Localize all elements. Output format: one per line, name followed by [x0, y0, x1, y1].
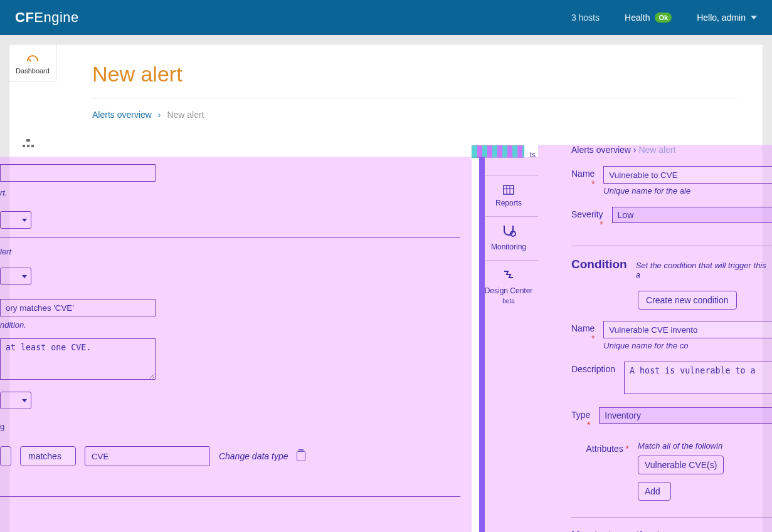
condition-desc-textarea-fragment[interactable]: at least one CVE.	[0, 338, 156, 380]
health-badge: Ok	[655, 13, 672, 23]
attr-help-fragment: g	[0, 422, 460, 431]
sidebar-dashboard[interactable]: Dashboard	[9, 44, 56, 81]
change-datatype-link[interactable]: Change data type	[219, 451, 288, 461]
condition-name-help: Unique name for the co	[603, 341, 772, 350]
nav-reports[interactable]: Reports	[479, 175, 538, 216]
right-divider-2	[571, 517, 772, 518]
alert-name-help-fragment: rt.	[0, 188, 460, 197]
nav-beta-label: beta	[502, 298, 514, 305]
attribute-pill-label: Vulnerable CVE(s)	[645, 460, 717, 470]
page-body: Dashboard New alert Alerts overview › Ne…	[0, 35, 772, 532]
left-overlay: rt. lert ndition. at least one CVE. g ma…	[0, 157, 472, 532]
caret-down-icon	[22, 275, 27, 278]
crumb-current: New alert	[167, 110, 204, 120]
nav-trail-fragment: ts	[530, 150, 536, 159]
create-condition-button[interactable]: Create new condition	[638, 291, 737, 310]
crumb-overview-right[interactable]: Alerts overview	[571, 145, 631, 155]
nav-design-center[interactable]: Design Center beta	[479, 260, 538, 314]
topbar: CFEngine 3 hosts Health Ok Hello, admin	[0, 0, 772, 35]
attributes-label: Attributes *	[571, 441, 629, 454]
alert-name-input-fragment[interactable]	[0, 164, 156, 182]
condition-hint-fragment: lert	[0, 247, 460, 256]
add-button[interactable]: Add	[638, 482, 671, 501]
caret-down-icon	[22, 219, 27, 222]
filter-row: matches Change data type	[0, 446, 460, 466]
logo: CFEngine	[15, 9, 79, 26]
user-menu[interactable]: Hello, admin	[697, 13, 757, 23]
section-divider-2	[0, 496, 460, 497]
crumb-current-right: New alert	[638, 145, 675, 155]
alert-name-help: Unique name for the ale	[603, 186, 772, 196]
condition-heading: Condition	[571, 258, 627, 271]
hosts-icon	[23, 139, 34, 148]
sidebar-hosts[interactable]	[23, 139, 34, 150]
attribute-dropdown-fragment[interactable]	[0, 446, 11, 466]
nav-accent-bar	[479, 157, 485, 532]
condition-name-input-fragment[interactable]	[0, 299, 156, 316]
dashboard-icon	[27, 55, 38, 61]
type-label: Type *	[571, 407, 590, 430]
attribute-dropdown[interactable]: Vulnerable CVE(s)	[638, 456, 724, 474]
artifact-mosaic	[472, 145, 524, 158]
user-label: Hello, admin	[697, 13, 746, 23]
design-center-icon	[479, 269, 538, 283]
condition-name-label: Name *	[571, 321, 595, 343]
severity-label: Severity *	[571, 207, 603, 229]
logo-rest: Engine	[34, 9, 79, 25]
reports-icon	[479, 185, 538, 195]
section-divider-1	[0, 237, 460, 238]
alert-name-label: Name *	[571, 166, 595, 189]
logo-bold: CF	[15, 9, 34, 25]
severity-select[interactable]: Low	[612, 207, 772, 223]
title-divider	[92, 98, 738, 98]
caret-down-icon	[22, 399, 27, 402]
severity-select-fragment[interactable]	[0, 211, 31, 229]
nav-reports-label: Reports	[495, 199, 522, 207]
attributes-help: Match all of the followin	[638, 441, 772, 451]
hosts-heading: Hosts to activate on	[571, 529, 772, 532]
nav-design-center-label: Design Center	[485, 286, 533, 295]
health-indicator[interactable]: Health Ok	[625, 13, 672, 23]
chevron-down-icon	[751, 16, 757, 19]
page-title: New alert	[92, 62, 738, 86]
nav-monitoring-label: Monitoring	[491, 243, 526, 251]
nav-monitoring[interactable]: Monitoring	[479, 216, 538, 260]
hosts-link[interactable]: 3 hosts	[571, 13, 600, 23]
right-overlay: Alerts overview › New alert Name * Uniqu…	[538, 145, 772, 532]
type-select[interactable]: Inventory	[599, 407, 772, 424]
type-select-fragment[interactable]	[0, 392, 31, 409]
condition-name-input[interactable]	[603, 321, 772, 338]
relation-label: matches	[28, 451, 61, 461]
description-textarea[interactable]: A host is vulnerable to a	[624, 362, 772, 394]
topbar-right: 3 hosts Health Ok Hello, admin	[571, 13, 757, 23]
add-label: Add	[645, 486, 660, 496]
svg-rect-0	[504, 185, 514, 194]
right-divider-1	[571, 246, 772, 246]
mid-nav-overlay: ts Reports Monitoring Design Center beta	[479, 157, 538, 532]
crumb-overview[interactable]: Alerts overview	[92, 110, 152, 120]
chevron-right-icon: ›	[154, 110, 165, 120]
monitoring-icon	[479, 226, 538, 239]
sidebar-dashboard-label: Dashboard	[12, 67, 53, 75]
filter-value-input[interactable]	[85, 446, 210, 466]
trash-icon[interactable]	[297, 451, 305, 461]
breadcrumb: Alerts overview › New alert	[92, 110, 738, 120]
relation-dropdown[interactable]: matches	[20, 446, 76, 466]
condition-subhelp: Set the condition that will trigger this…	[636, 261, 772, 279]
condition-name-help-fragment: ndition.	[0, 320, 460, 330]
alert-name-input[interactable]	[603, 166, 772, 184]
breadcrumb-right: Alerts overview › New alert	[571, 145, 772, 155]
description-label: Description	[571, 362, 615, 374]
condition-select-fragment[interactable]	[0, 268, 31, 285]
health-label: Health	[625, 13, 650, 23]
